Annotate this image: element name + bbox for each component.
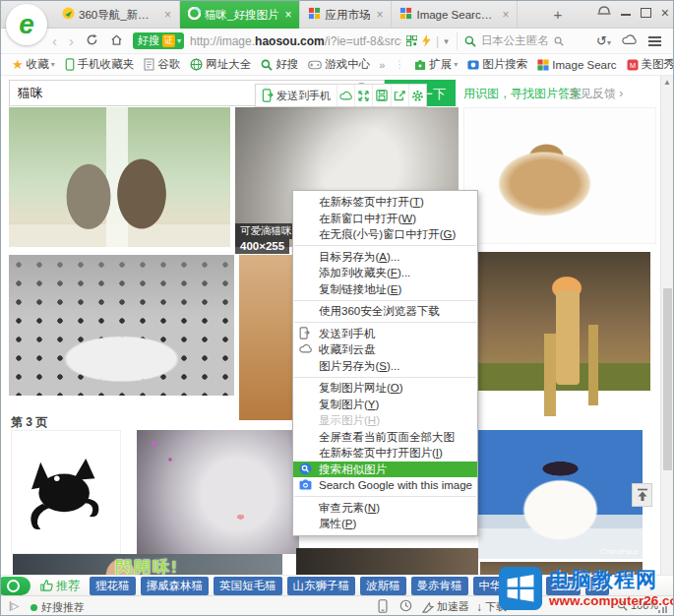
bookmark-item-meitu[interactable]: M美图秀秀网	[622, 57, 674, 72]
image-result-kitten-litter[interactable]	[9, 255, 234, 396]
image-result-partial-dark[interactable]	[296, 548, 478, 575]
phone-status-icon[interactable]	[378, 599, 388, 613]
scroll-up-arrow[interactable]: ▲	[663, 78, 671, 87]
bookmark-label: 好搜	[276, 57, 298, 72]
scrollbar[interactable]: ▲	[660, 76, 673, 595]
menu-item[interactable]: 在无痕(小号)窗口中打开(G)	[293, 226, 477, 243]
image-result-sleeping-kitten[interactable]	[137, 430, 299, 554]
menu-item[interactable]: 复制链接地址(E)	[293, 281, 477, 298]
maximize-button[interactable]	[641, 8, 651, 18]
recommend-button[interactable]: 推荐	[40, 578, 80, 594]
image-result-scratching-post[interactable]	[476, 252, 650, 391]
menu-item[interactable]: 发送到手机	[293, 326, 477, 342]
related-tag[interactable]: 英国短毛猫	[214, 577, 282, 595]
bookmark-item-star[interactable]: ★收藏▾	[7, 57, 60, 72]
menu-item[interactable]: 目标另存为(A)...	[293, 249, 477, 266]
save-image-button[interactable]	[372, 85, 390, 106]
related-tag[interactable]: 挪威森林猫	[141, 577, 210, 595]
refresh-button[interactable]	[80, 33, 104, 48]
minimize-button[interactable]	[621, 9, 631, 16]
floating-ball-icon[interactable]	[0, 577, 31, 595]
menu-item-label: Search Google with this image	[319, 479, 472, 491]
image-settings-button[interactable]	[408, 85, 426, 106]
image-result-cat-berry-hat[interactable]: ChinaFace	[478, 430, 643, 559]
menu-item[interactable]: 全屏查看当前页面全部大图	[293, 429, 477, 446]
menu-item[interactable]: 在新标签页中打开(T)	[293, 194, 477, 211]
menu-item[interactable]: 搜索相似图片	[293, 462, 477, 478]
bookmark-item-colors[interactable]: Image Searc	[532, 59, 621, 71]
menu-item[interactable]: 在新标签页中打开图片(I)	[293, 445, 477, 462]
image-result-black-cat-art[interactable]	[11, 430, 121, 554]
image-result-kittens-windowsill[interactable]	[9, 107, 230, 247]
site-identity-badge[interactable]: 好搜 证 ▾	[133, 32, 184, 49]
save-to-cloud-button[interactable]	[337, 85, 354, 106]
menu-item[interactable]: 复制图片网址(O)	[293, 380, 477, 397]
menu-item[interactable]: 复制图片(Y)	[293, 397, 477, 413]
bookmark-item-camblue[interactable]: 图片搜索	[462, 57, 532, 72]
tab-close-button[interactable]: ×	[500, 9, 511, 21]
image-recognition-tip[interactable]: 用识图，寻找图片答案	[463, 86, 582, 102]
bookmark-item-qsearch[interactable]: 好搜	[256, 57, 303, 72]
url-dropdown-icon[interactable]: ▾	[444, 36, 449, 46]
haosou-recommend-status[interactable]: 好搜推荐	[31, 600, 85, 615]
watermark-url: www.computer26.com	[549, 593, 674, 608]
tab-item[interactable]: 应用市场×	[300, 1, 392, 29]
bookmark-item-globe[interactable]: 网址大全	[185, 57, 256, 72]
forward-button[interactable]: ›	[63, 33, 80, 48]
related-tag[interactable]: 狸花猫	[90, 577, 136, 595]
bookmark-item-doc[interactable]: 谷歌	[139, 57, 185, 72]
theme-hat-icon[interactable]	[597, 5, 611, 20]
close-window-button[interactable]: ×	[661, 6, 669, 20]
menu-item[interactable]: 在新窗口中打开(W)	[293, 211, 477, 227]
menu-item[interactable]: 添加到收藏夹(F)...	[293, 265, 477, 281]
image-result-tabby-crouching[interactable]	[463, 107, 656, 244]
home-button[interactable]	[104, 33, 129, 48]
menu-item[interactable]: 图片另存为(S)...	[293, 358, 477, 375]
restore-session-icon[interactable]: ↺▾	[596, 33, 611, 48]
colors-icon	[537, 59, 549, 71]
new-tab-button[interactable]: +	[550, 7, 566, 23]
tab-item[interactable]: Image Search by Coc×	[392, 1, 518, 29]
tab-active[interactable]: 猫咪_好搜图片×	[180, 1, 300, 29]
qr-code-icon[interactable]	[406, 35, 417, 46]
menu-hamburger-icon[interactable]	[648, 34, 661, 48]
tab-close-button[interactable]: ×	[282, 9, 293, 21]
lightning-boost-icon[interactable]	[422, 34, 431, 47]
back-to-top-button[interactable]	[632, 483, 652, 507]
bookmark-item-phone[interactable]: 手机收藏夹	[60, 57, 140, 72]
menu-item[interactable]: 审查元素(N)	[293, 500, 477, 517]
tab-item[interactable]: 360导航_新一代安全上×	[54, 1, 180, 29]
menu-separator	[294, 322, 476, 323]
menu-item-label: 显示图片(H)	[319, 414, 380, 426]
search-icon[interactable]	[554, 36, 564, 46]
related-tag[interactable]: 山东狮子猫	[287, 577, 356, 595]
bookmark-label: 收藏	[27, 57, 49, 72]
share-image-button[interactable]	[391, 85, 408, 106]
menu-item[interactable]: Search Google with this image	[293, 477, 477, 494]
sidebar-expand-icon[interactable]: |▷	[9, 600, 19, 611]
address-url[interactable]: http://image.haosou.com/i?ie=utf-8&src=h…	[190, 34, 401, 48]
toolbar-search-field[interactable]: 日本公主匿名	[457, 32, 564, 50]
scrollbar-thumb[interactable]	[663, 288, 672, 470]
menu-item[interactable]: 属性(P)	[293, 516, 477, 532]
qsearch-icon	[261, 59, 273, 71]
resize-image-button[interactable]	[354, 85, 372, 106]
related-tag[interactable]: 波斯猫	[360, 577, 406, 595]
cloud-sync-icon[interactable]	[622, 33, 638, 48]
accelerator-button[interactable]: 加速器	[422, 599, 469, 614]
divider: |	[436, 34, 439, 48]
send-to-phone-button[interactable]: 发送到手机	[256, 85, 337, 106]
menu-item[interactable]: 收藏到云盘	[293, 341, 477, 358]
bookmark-item-puzzle[interactable]: 扩展▾	[409, 57, 462, 72]
feedback-link[interactable]: 意见反馈 ›	[569, 86, 623, 102]
menu-item[interactable]: 使用360安全浏览器下载	[293, 303, 477, 320]
menu-item: 显示图片(H)	[293, 412, 477, 429]
bookmark-item-gamepad[interactable]: 游戏中心	[303, 57, 375, 72]
bookmarks-overflow-icon[interactable]: »	[375, 59, 389, 71]
back-button[interactable]: ‹	[46, 33, 63, 48]
tab-close-button[interactable]: ×	[162, 9, 173, 21]
related-tag[interactable]: 曼赤肯猫	[411, 577, 468, 595]
history-clock-icon[interactable]	[399, 599, 412, 612]
menu-item-label: 目标另存为(A)...	[319, 251, 399, 263]
tab-close-button[interactable]: ×	[374, 9, 385, 21]
